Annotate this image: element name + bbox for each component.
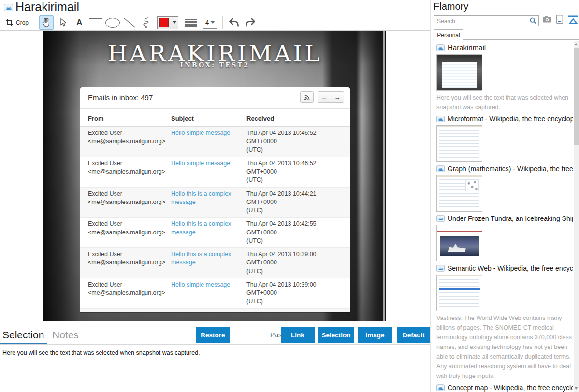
column-received: Received: [246, 115, 350, 122]
email-subject-link[interactable]: Hello simple message: [171, 130, 230, 136]
page-icon: [436, 116, 445, 122]
page-icon: [436, 215, 445, 222]
captured-screenshot[interactable]: HARAKIRIMAIL INBOX: TEST2 Emails in inbo…: [43, 31, 386, 321]
paste-image-button[interactable]: Image: [358, 327, 392, 343]
tab-selection[interactable]: Selection: [2, 329, 44, 341]
email-from: Excited User<me@samples.mailgun.org>: [80, 281, 171, 306]
stroke-size-dropdown[interactable]: 4: [203, 17, 217, 29]
color-picker[interactable]: [157, 16, 178, 29]
rss-button[interactable]: [300, 91, 314, 103]
selection-text: Here you will see the text that was sele…: [2, 349, 423, 356]
redo-icon: [245, 18, 256, 27]
rectangle-icon: [89, 18, 102, 27]
redo-button[interactable]: [243, 15, 258, 30]
capture-screenshot-button[interactable]: [543, 16, 551, 23]
email-subject: Hello this is a complex message: [171, 220, 246, 245]
email-subject-link[interactable]: Hello this is a complex message: [171, 220, 231, 235]
search-box: [434, 15, 539, 26]
paste-link-button[interactable]: Link: [281, 327, 315, 343]
snapshot-item-title[interactable]: Harakirimail: [436, 44, 573, 52]
search-icon[interactable]: [529, 17, 537, 25]
thickness-icon: [185, 19, 197, 27]
new-note-button[interactable]: [556, 15, 563, 24]
email-received: Thu Apr 04 2013 10:46:52 GMT+0000(UTC): [246, 160, 350, 185]
sidebar-scrollbar[interactable]: [574, 41, 579, 392]
scroll-down-arrow[interactable]: [575, 387, 578, 390]
snapshot-item: HarakirimailHere you will see the text t…: [436, 44, 573, 112]
hand-tool-button[interactable]: [39, 15, 54, 30]
snapshot-thumbnail[interactable]: [436, 54, 482, 91]
email-subject: Hello simple message: [171, 160, 246, 185]
titlebar: Harakirimail: [0, 0, 430, 15]
paste-selection-button[interactable]: Selection: [318, 327, 354, 343]
scroll-up-arrow[interactable]: [575, 43, 578, 45]
undo-button[interactable]: [227, 15, 241, 30]
email-from: Excited User<me@samples.mailgun.org>: [80, 190, 171, 215]
email-row: Excited User<me@samples.mailgun.org>Hell…: [80, 217, 350, 247]
page-icon: [436, 44, 445, 51]
flamory-logo-icon[interactable]: [568, 15, 579, 24]
snapshot-item-title[interactable]: Semantic Web - Wikipedia, the free encyc…: [436, 264, 573, 272]
crop-button[interactable]: Crop: [3, 15, 31, 30]
snapshot-list: HarakirimailHere you will see the text t…: [436, 41, 573, 392]
cursor-arrow-icon: [59, 18, 67, 27]
restore-button[interactable]: Restore: [196, 327, 230, 343]
page-icon: [436, 165, 445, 172]
email-subject: Hello simple message: [171, 311, 246, 313]
email-row: Excited User<me@samples.mailgun.org>Hell…: [80, 187, 350, 218]
ellipse-icon: [105, 18, 120, 28]
inbox-panel: Emails in inbox: 497 ← → From Subject: [80, 87, 350, 312]
line-icon: [123, 17, 136, 28]
scrollbar-thumb[interactable]: [574, 48, 579, 145]
email-subject-link[interactable]: Hello simple message: [171, 312, 230, 313]
pager-buttons: ← →: [318, 91, 344, 103]
undo-icon: [228, 18, 240, 27]
snapshot-thumbnail[interactable]: [436, 275, 482, 311]
hand-icon: [42, 17, 51, 28]
tab-notes[interactable]: Notes: [52, 329, 79, 341]
crop-label: Crop: [16, 19, 29, 26]
pointer-tool-button[interactable]: [56, 15, 70, 30]
snapshot-item-title[interactable]: Microformat - Wikipedia, the free encycl…: [436, 115, 573, 123]
stroke-size-value: 4: [205, 19, 209, 26]
email-subject-link[interactable]: Hello this is a complex message: [171, 251, 231, 266]
email-subject-link[interactable]: Hello this is a complex message: [171, 190, 231, 205]
snapshot-thumbnail[interactable]: [436, 225, 482, 261]
size-dropdown-arrow: [211, 21, 215, 24]
snapshot-item-title[interactable]: Concept map - Wikipedia, the free encycl…: [436, 384, 573, 392]
inbox-subtitle: INBOX: TEST2: [43, 61, 386, 69]
color-dropdown-arrow[interactable]: [171, 17, 178, 29]
page-icon: [436, 384, 445, 391]
email-subject-link[interactable]: Hello simple message: [171, 281, 230, 288]
email-from: Excited User<me@samples.mailgun.org>: [80, 250, 171, 276]
freehand-tool-button[interactable]: [139, 15, 153, 30]
paste-default-button[interactable]: Default: [397, 327, 431, 343]
snapshot-item-title[interactable]: Graph (mathematics) - Wikipedia, the fre…: [436, 165, 573, 173]
previous-page-button[interactable]: ←: [318, 92, 331, 102]
toolbar-separator: [222, 16, 223, 29]
ellipse-tool-button[interactable]: [105, 15, 120, 30]
email-from: Excited User<me@samples.mailgun.org>: [80, 311, 171, 313]
snapshot-thumbnail[interactable]: [436, 175, 482, 212]
text-tool-button[interactable]: A: [72, 15, 87, 30]
sidebar-divider: [430, 0, 431, 392]
column-subject: Subject: [171, 115, 246, 122]
email-from: Excited User<me@samples.mailgun.org>: [80, 160, 171, 185]
email-table-body: Excited User<me@samples.mailgun.org>Hell…: [80, 127, 350, 312]
snapshot-item: Concept map - Wikipedia, the free encycl…: [436, 384, 573, 392]
email-received: Thu Apr 04 2013 10:39:00 GMT+0000(UTC): [246, 311, 350, 313]
next-page-button[interactable]: →: [331, 92, 344, 102]
crop-icon: [5, 18, 14, 27]
snapshot-item: Semantic Web - Wikipedia, the free encyc…: [436, 264, 573, 381]
line-tool-button[interactable]: [122, 15, 137, 30]
flamory-app-window: Harakirimail Crop A: [0, 0, 579, 392]
tab-personal[interactable]: Personal: [434, 29, 463, 40]
snapshot-item-title[interactable]: Under Frozen Tundra, an Icebreaking Ship…: [436, 215, 573, 222]
sidebar-title: Flamory: [434, 1, 468, 12]
search-input[interactable]: [436, 16, 527, 26]
email-subject: Hello simple message: [171, 281, 246, 306]
email-subject-link[interactable]: Hello simple message: [171, 160, 230, 167]
rectangle-tool-button[interactable]: [88, 15, 103, 30]
snapshot-thumbnail[interactable]: [436, 125, 482, 162]
annotation-toolbar: Crop A: [0, 15, 430, 31]
